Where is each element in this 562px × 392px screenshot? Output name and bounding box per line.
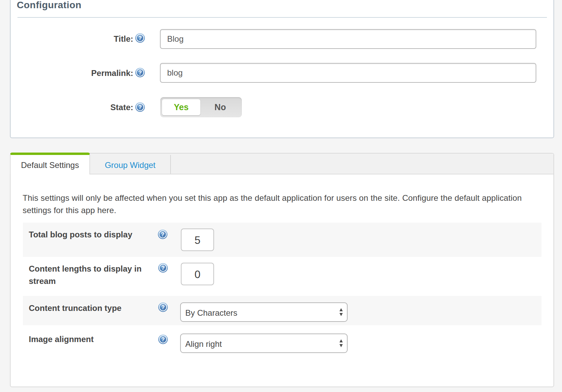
svg-text:?: ?	[161, 336, 165, 343]
svg-text:?: ?	[161, 265, 165, 271]
svg-text:?: ?	[161, 304, 165, 311]
svg-text:?: ?	[138, 35, 142, 41]
svg-text:?: ?	[138, 104, 142, 110]
svg-text:?: ?	[161, 231, 164, 238]
svg-text:?: ?	[138, 69, 142, 76]
